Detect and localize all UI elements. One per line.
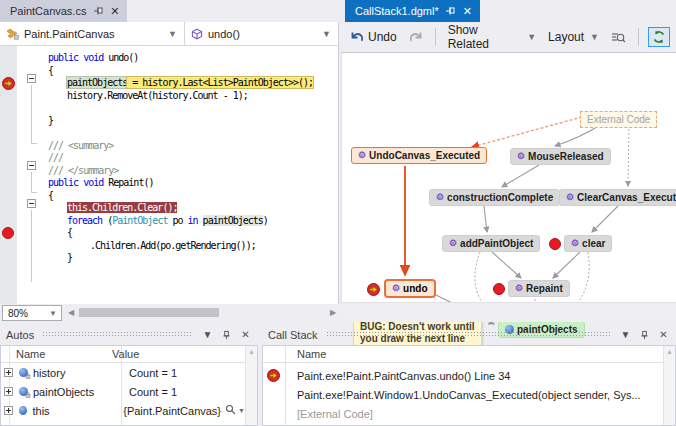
code-line[interactable]: /// </summary> [0,165,338,178]
expand-icon[interactable] [4,387,13,396]
pin-icon[interactable] [92,6,103,17]
editor-status-row: 80% ▼ ◀ ▶ [0,304,341,322]
node-undocanvas-executed[interactable]: ⚙UndoCanvas_Executed [351,147,487,164]
code-token: public [48,177,78,188]
close-icon[interactable]: ✕ [239,329,252,340]
node-label: clear [582,238,605,249]
node-repaint[interactable]: ⚙Repaint [508,280,570,297]
close-icon[interactable]: ✕ [462,6,473,17]
code-line[interactable]: history.RemoveAt(history.Count - 1); [0,90,338,103]
search-icon [611,31,626,44]
scroll-left-icon[interactable]: ◀ [68,308,74,317]
code-token: undo() [103,52,138,63]
node-undo[interactable]: ⚙undo [384,279,436,298]
variable-name: this [32,405,115,417]
column-value[interactable]: Value [106,348,139,360]
code-token: po [167,215,187,226]
toolbar-separator [435,28,436,46]
code-line[interactable]: paintObjects = history.Last<List>PaintOb… [0,77,338,90]
horizontal-scrollbar-thumb[interactable] [79,308,219,317]
code-token: foreach [67,215,102,226]
code-line[interactable]: foreach (PaintObject po in paintObjects) [0,215,338,228]
node-label: MouseReleased [528,151,604,162]
callstack-frame[interactable]: Paint.exe!Paint.Window1.UndoCanvas_Execu… [263,385,663,404]
code-line[interactable]: /// [0,152,338,165]
code-line[interactable]: { [0,190,338,203]
editor-zoom-select[interactable]: 80% ▼ [2,305,62,321]
code-lines: public void undo(){paintObjects = histor… [0,52,338,265]
window-position-icon[interactable]: ▼ [201,329,214,340]
node-clear[interactable]: ⚙clear [564,235,612,252]
graph-bottom-strip [341,302,676,322]
callstack-scrollbar[interactable]: ▲ [663,346,675,425]
tab-title: PaintCanvas.cs [10,5,86,17]
show-related-button[interactable]: Show Related ▼ [445,21,539,53]
node-external-code[interactable]: External Code [580,111,657,128]
breakpoint-icon[interactable] [549,238,561,250]
autos-row[interactable]: historyCount = 1 [1,363,245,382]
pin-icon[interactable] [638,330,651,340]
code-line[interactable]: { [0,65,338,78]
filter-search-button[interactable] [608,29,629,46]
code-editor[interactable]: public void undo(){paintObjects = histor… [0,46,338,304]
show-related-label: Show Related [448,23,521,51]
class-dropdown[interactable]: Paint.PaintCanvas ▼ [0,22,185,45]
redo-button[interactable] [406,29,426,46]
column-name[interactable]: Name [263,348,326,360]
window-position-icon[interactable]: ▼ [619,329,632,340]
callstack-titlebar[interactable]: Call Stack ▼ ✕ [262,324,676,345]
autos-row[interactable]: paintObjectsCount = 1 [1,382,245,401]
code-line[interactable]: public void Repaint() [0,177,338,190]
node-addpaintobject[interactable]: ⚙addPaintObject [442,235,540,252]
callstack-frame[interactable]: Paint.exe!Paint.PaintCanvas.undo() Line … [263,366,663,385]
autos-scrollbar[interactable]: ▲ [245,346,257,425]
code-line[interactable]: } [0,252,338,265]
scroll-up-icon[interactable]: ▲ [246,346,257,358]
code-line[interactable]: { [0,227,338,240]
chevron-down-icon[interactable]: ▼ [238,407,245,414]
code-line[interactable]: this.Children.Clear(); [0,202,338,215]
autos-row[interactable]: this{Paint.PaintCanvas}▼ [1,401,245,420]
edge-addpaintobject-repaint [492,252,521,278]
expand-icon[interactable] [4,406,13,415]
pin-icon[interactable] [220,330,233,340]
tab-callstack1-dgml[interactable]: CallStack1.dgml* ✕ [345,0,480,22]
code-token: void [83,177,103,188]
node-clearcanvas-executed[interactable]: ⚙ClearCanvas_Executed [559,189,676,206]
sync-toggle-button[interactable] [648,27,670,47]
code-line[interactable]: .Children.Add(po.getRendering()); [0,240,338,253]
close-icon[interactable]: ✕ [657,329,670,340]
code-line[interactable] [0,127,338,140]
frame-text: [External Code] [263,408,373,420]
current-statement-breakpoint-icon[interactable] [367,283,380,296]
drag-handle[interactable] [42,331,193,338]
expand-icon[interactable] [4,368,13,377]
dgml-canvas[interactable]: External Code⚙UndoCanvas_Executed⚙MouseR… [341,53,676,302]
method-dropdown[interactable]: undo() ▼ [185,22,338,45]
autos-titlebar[interactable]: Autos ▼ ✕ [0,324,258,345]
magnifier-icon[interactable] [225,404,236,417]
scroll-right-icon[interactable]: ▶ [330,308,336,317]
node-constructioncomplete[interactable]: ⚙constructionComplete [429,189,560,206]
current-frame-icon [267,369,280,382]
code-token: .Children.Add(po.getRendering()); [90,240,256,251]
code-line[interactable]: public void undo() [0,52,338,65]
gear-icon: ⚙ [571,239,579,248]
pin-icon[interactable] [445,6,456,17]
class-icon [6,28,19,40]
gear-icon: ⚙ [449,239,457,248]
drag-handle[interactable] [326,331,611,338]
node-mousereleased[interactable]: ⚙MouseReleased [510,148,611,165]
code-line[interactable]: /// <summary> [0,140,338,153]
close-icon[interactable]: ✕ [109,6,120,17]
code-line[interactable] [0,102,338,115]
code-line[interactable]: } [0,115,338,128]
undo-button[interactable]: Undo [347,28,400,46]
gear-icon: ⚙ [392,284,400,293]
tab-paintcanvas-cs[interactable]: PaintCanvas.cs ✕ [0,0,127,22]
column-name[interactable]: Name [1,348,106,360]
layout-button[interactable]: Layout ▼ [545,28,602,46]
breakpoint-icon[interactable] [493,283,505,295]
scroll-up-icon[interactable]: ▲ [664,346,675,358]
callstack-frame[interactable]: [External Code] [263,404,663,423]
